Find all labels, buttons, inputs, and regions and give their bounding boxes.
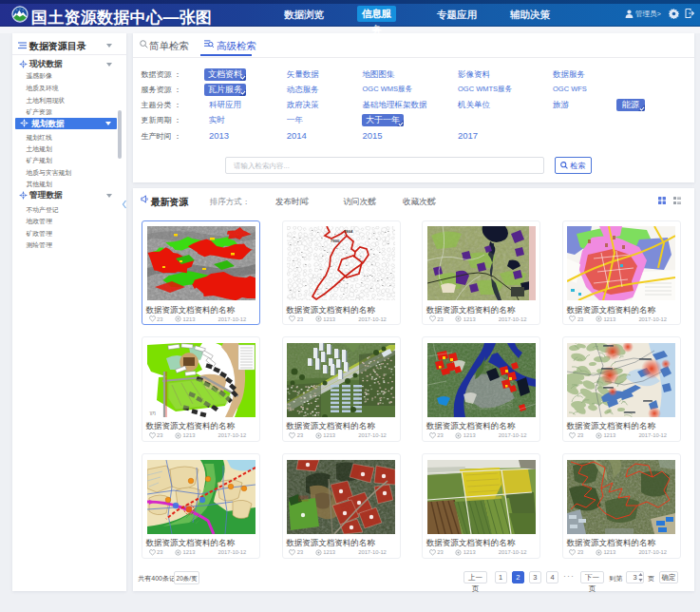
svg-text:’|{7}: ’|{7}	[149, 411, 156, 415]
svg-text:7900: 7900	[331, 239, 340, 243]
svg-text:7864: 7864	[344, 229, 353, 234]
svg-text:▒▒▒: ▒▒▒	[298, 495, 309, 502]
